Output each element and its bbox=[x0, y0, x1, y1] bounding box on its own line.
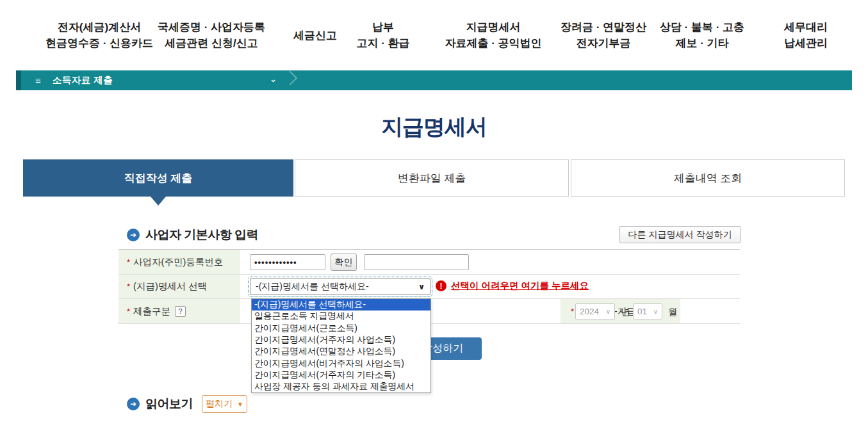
submenu-title: 소득자료 제출 bbox=[53, 74, 113, 86]
breadcrumb-arrow-icon bbox=[283, 71, 298, 86]
submission-type-label: 제출구분 bbox=[133, 305, 170, 318]
submenu-bar: ≡ 소득자료 제출 ⌄ bbox=[16, 70, 852, 90]
statement-options-dropdown: -(지급)명세서를 선택하세요- 일용근로소득 지급명세서 간이지급명세서(근로… bbox=[251, 298, 431, 393]
readme-section: ➜ 읽어보기 펼치기 ▼ bbox=[127, 395, 247, 413]
selected-option-text: -(지급)명세서를 선택하세요- bbox=[256, 281, 418, 293]
submission-type-label-cell: * 제출구분 ? bbox=[119, 299, 240, 323]
nav-item-incentives[interactable]: 장려금 · 연말정산전자기부금 bbox=[561, 17, 646, 54]
statement-select-label: (지급)명세서 선택 bbox=[133, 280, 207, 293]
required-mark: * bbox=[127, 257, 130, 267]
confirm-button[interactable]: 확인 bbox=[331, 254, 357, 271]
tab-converted-file-submit[interactable]: 변환파일 제출 bbox=[295, 159, 569, 197]
tab-label: 제출내역 조회 bbox=[674, 171, 742, 186]
nav-item-line: 세금신고 bbox=[293, 28, 337, 44]
dropdown-option[interactable]: 사업장 제공자 등의 과세자료 제출명세서 bbox=[252, 381, 430, 392]
nav-item-line: 장려금 · 연말정산 bbox=[561, 19, 646, 35]
dropdown-option[interactable]: 간이지급명세서(거주자의 기타소득) bbox=[252, 369, 430, 381]
dropdown-option[interactable]: -(지급)명세서를 선택하세요- bbox=[252, 299, 430, 311]
statement-select-row: * (지급)명세서 선택 -(지급)명세서를 선택하세요- ∨ ! 선택이 어려… bbox=[119, 275, 740, 299]
business-number-value-cell: 확인 bbox=[240, 250, 740, 274]
required-mark: * bbox=[127, 307, 130, 316]
nav-item-line: 제보 · 기타 bbox=[675, 35, 728, 51]
statement-select-label-cell: * (지급)명세서 선택 bbox=[119, 275, 240, 298]
arrow-right-icon: ➜ bbox=[127, 398, 140, 410]
year-unit-label: 년 bbox=[621, 306, 630, 318]
nav-item-payment-notice[interactable]: 납부고지 · 환급 bbox=[356, 17, 409, 54]
business-number-input[interactable] bbox=[250, 254, 325, 270]
month-value: 01 bbox=[637, 307, 647, 316]
nav-item-line: 전자(세금)계산서 bbox=[58, 19, 141, 35]
month-select[interactable]: 01 ∨ bbox=[633, 303, 662, 319]
select-arrow-icon: ∨ bbox=[606, 308, 610, 315]
business-number-label: 사업자(주민)등록번호 bbox=[133, 256, 223, 268]
required-mark: * bbox=[571, 307, 574, 316]
exclamation-icon: ! bbox=[436, 280, 446, 291]
tab-submission-history[interactable]: 제출내역 조회 bbox=[571, 159, 845, 197]
nav-item-line: 상담 · 불복 · 고충 bbox=[660, 19, 744, 35]
nav-item-line: 현금영수증 · 신용카드 bbox=[45, 35, 153, 51]
dropdown-option[interactable]: 간이지급명세서(근로소득) bbox=[252, 323, 430, 334]
help-icon[interactable]: ? bbox=[175, 306, 186, 317]
hamburger-icon[interactable]: ≡ bbox=[35, 75, 41, 86]
readme-title: 읽어보기 bbox=[145, 396, 193, 412]
nav-item-line: 전자기부금 bbox=[576, 35, 630, 51]
expand-button[interactable]: 펼치기 ▼ bbox=[202, 395, 247, 413]
month-unit-label: 월 bbox=[668, 306, 678, 318]
dropdown-option[interactable]: 간이지급명세서(거주자의 사업소득) bbox=[252, 334, 430, 346]
selection-help-link[interactable]: 선택이 어려우면 여기를 누르세요 bbox=[451, 280, 589, 292]
nav-item-line: 세금관련 신청/신고 bbox=[165, 35, 258, 51]
required-mark: * bbox=[127, 282, 130, 291]
select-arrow-icon: ∨ bbox=[653, 308, 658, 315]
year-value: 2024 bbox=[580, 307, 599, 316]
statement-select-dropdown[interactable]: -(지급)명세서를 선택하세요- ∨ bbox=[250, 279, 430, 295]
select-arrow-icon: ∨ bbox=[418, 282, 425, 291]
other-statement-button[interactable]: 다른 지급명세서 작성하기 bbox=[619, 226, 741, 243]
selection-help-warning: ! 선택이 어려우면 여기를 누르세요 bbox=[436, 280, 589, 292]
tab-label: 변환파일 제출 bbox=[398, 171, 466, 186]
nav-item-payment-statement[interactable]: 지급명세서자료제출 · 공익법인 bbox=[445, 17, 541, 54]
nav-item-line: 국세증명 · 사업자등록 bbox=[158, 19, 265, 35]
nav-item-line: 자료제출 · 공익법인 bbox=[445, 35, 541, 51]
statement-select-value-cell: -(지급)명세서를 선택하세요- ∨ ! 선택이 어려우면 여기를 누르세요 bbox=[240, 275, 740, 298]
nav-item-line: 세무대리 bbox=[784, 19, 828, 35]
hometax-payment-statement-page: 전자(세금)계산서현금영수증 · 신용카드 국세증명 · 사업자등록세금관련 신… bbox=[0, 0, 868, 436]
caret-down-icon: ▼ bbox=[237, 401, 243, 408]
arrow-right-icon: ➜ bbox=[127, 229, 140, 241]
nav-item-e-tax-invoice[interactable]: 전자(세금)계산서현금영수증 · 신용카드 bbox=[45, 17, 153, 54]
business-name-input[interactable] bbox=[364, 254, 469, 270]
nav-item-consultation[interactable]: 상담 · 불복 · 고충제보 · 기타 bbox=[660, 17, 744, 54]
nav-item-line: 납세관리 bbox=[784, 35, 828, 51]
tab-direct-write-submit[interactable]: 직접작성 제출 bbox=[23, 159, 293, 197]
top-navigation: 전자(세금)계산서현금영수증 · 신용카드 국세증명 · 사업자등록세금관련 신… bbox=[0, 17, 868, 54]
expand-button-label: 펼치기 bbox=[206, 398, 233, 410]
dropdown-option[interactable]: 일용근로소득 지급명세서 bbox=[252, 311, 430, 322]
section-header: ➜ 사업자 기본사항 입력 bbox=[127, 227, 258, 243]
nav-item-certificates[interactable]: 국세증명 · 사업자등록세금관련 신청/신고 bbox=[158, 17, 265, 54]
page-title: 지급명세서 bbox=[0, 113, 868, 142]
dropdown-option[interactable]: 간이지급명세서(비거주자의 사업소득) bbox=[252, 357, 430, 369]
business-number-label-cell: * 사업자(주민)등록번호 bbox=[119, 250, 240, 274]
dropdown-option[interactable]: 간이지급명세서(연말정산 사업소득) bbox=[252, 346, 430, 357]
year-select[interactable]: 2024 ∨ bbox=[575, 303, 615, 319]
nav-item-line: 고지 · 환급 bbox=[356, 35, 409, 51]
chevron-down-icon[interactable]: ⌄ bbox=[270, 74, 277, 84]
tab-label: 직접작성 제출 bbox=[124, 171, 193, 186]
nav-item-line: 지급명세서 bbox=[466, 19, 520, 35]
business-number-row: * 사업자(주민)등록번호 확인 bbox=[119, 250, 740, 275]
nav-item-line: 납부 bbox=[372, 19, 394, 35]
nav-item-tax-agent[interactable]: 세무대리납세관리 bbox=[784, 17, 828, 54]
section-title: 사업자 기본사항 입력 bbox=[145, 227, 258, 243]
nav-item-tax-filing[interactable]: 세금신고 bbox=[293, 17, 337, 54]
